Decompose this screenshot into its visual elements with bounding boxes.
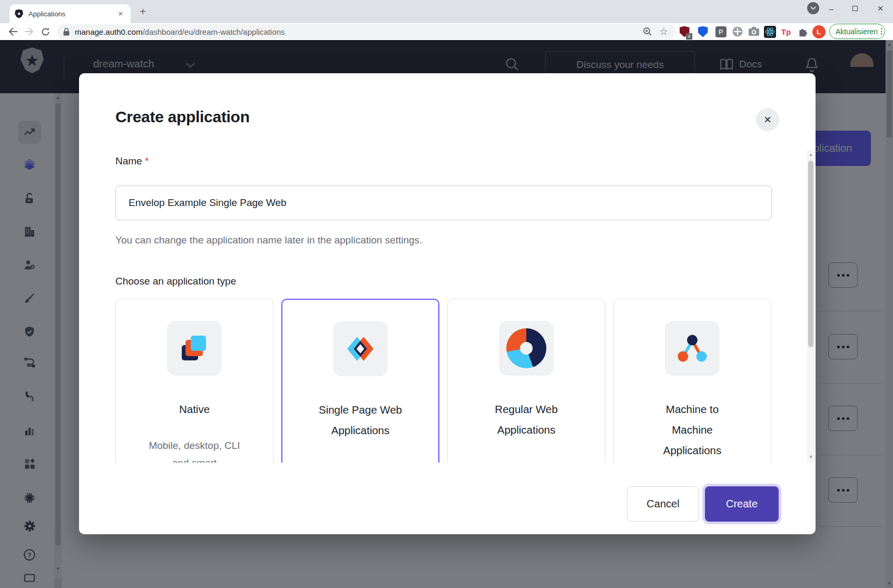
- reload-icon[interactable]: [39, 25, 52, 38]
- window-minimize-button[interactable]: –: [823, 2, 839, 15]
- card-title: Machine to Machine Applications: [645, 399, 740, 460]
- url-text: manage.auth0.com/dashboard/eu/dream-watc…: [75, 27, 285, 36]
- window-maximize-button[interactable]: [847, 2, 863, 15]
- card-description: Mobile, desktop, CLI and smart: [149, 437, 241, 463]
- cancel-button[interactable]: Cancel: [627, 486, 699, 522]
- maximize-icon: [852, 6, 858, 11]
- close-icon: ×: [764, 112, 771, 127]
- forward-icon[interactable]: [23, 25, 35, 38]
- card-title: Regular Web Applications: [479, 399, 574, 440]
- modal-scrollbar[interactable]: ▲ ▼: [807, 150, 815, 463]
- tab-close-icon[interactable]: ×: [116, 9, 125, 18]
- auth0-favicon-icon: ★: [15, 9, 23, 18]
- card-title: Single Page Web Applications: [313, 399, 408, 440]
- p-extension-glyph: P: [715, 26, 727, 37]
- app-type-card-regular-web[interactable]: Regular Web Applications Traditional web: [447, 299, 605, 463]
- name-helper-text: You can change the application name late…: [115, 234, 422, 246]
- modal-scroll-down-icon[interactable]: ▼: [807, 455, 815, 459]
- modal-scroll-up-icon[interactable]: ▲: [807, 152, 815, 157]
- browser-toolbar: manage.auth0.com/dashboard/eu/dream-watc…: [0, 23, 893, 40]
- tp-extension-icon[interactable]: Tp: [779, 25, 793, 38]
- screen: ★ Applications × + – × manage.auth0.com/…: [0, 0, 893, 588]
- app-type-card-spa[interactable]: Single Page Web Applications A JavaScrip…: [281, 299, 439, 463]
- profile-initial: L: [812, 25, 826, 38]
- react-devtools-extension-icon[interactable]: [763, 25, 777, 38]
- zoom-in-icon[interactable]: [643, 27, 652, 36]
- back-icon[interactable]: [7, 25, 19, 38]
- application-name-input[interactable]: [115, 185, 772, 220]
- camera-extension-icon[interactable]: [747, 25, 761, 38]
- browser-tabstrip: ★ Applications × + – ×: [0, 0, 893, 23]
- update-browser-label: Aktualisieren: [836, 27, 878, 36]
- browser-profile-avatar[interactable]: L: [812, 25, 826, 38]
- ublock-extension-icon[interactable]: 4: [678, 25, 691, 38]
- bitwarden-extension-icon[interactable]: [696, 25, 710, 38]
- lock-icon: [63, 28, 70, 36]
- app-type-card-m2m[interactable]: Machine to Machine Applications: [613, 299, 771, 463]
- modal-scroll-area: Name * You can change the application na…: [79, 150, 807, 463]
- create-label: Create: [726, 498, 758, 510]
- tab-title: Applications: [28, 10, 116, 18]
- tab-search-icon[interactable]: [807, 2, 819, 14]
- modal-title: Create application: [115, 108, 250, 126]
- name-label: Name *: [115, 155, 149, 167]
- m2m-icon: [665, 321, 720, 376]
- modal-scrollbar-thumb[interactable]: [808, 161, 813, 347]
- ublock-badge: 4: [686, 33, 692, 40]
- p-extension-icon[interactable]: P: [714, 25, 728, 38]
- cancel-label: Cancel: [646, 498, 679, 510]
- native-icon: [167, 321, 222, 376]
- modal-close-button[interactable]: ×: [756, 108, 779, 131]
- bitwarden-shield-icon: [698, 26, 708, 37]
- app-type-card-native[interactable]: Native Mobile, desktop, CLI and smart: [115, 299, 273, 463]
- create-application-modal: Create application × Name * You can chan…: [79, 73, 816, 534]
- regular-web-icon: [499, 321, 554, 376]
- create-button[interactable]: Create: [705, 486, 779, 522]
- card-title: Native: [147, 399, 242, 419]
- bookmark-star-icon[interactable]: ☆: [660, 26, 668, 37]
- choose-type-label: Choose an application type: [115, 276, 236, 287]
- window-close-button[interactable]: ×: [872, 2, 888, 15]
- update-browser-button[interactable]: Aktualisieren ⋮: [829, 24, 885, 39]
- card-description: Traditional web: [480, 457, 573, 463]
- card-description: A JavaScript: [315, 458, 407, 463]
- extensions-puzzle-icon[interactable]: [796, 25, 810, 38]
- spa-icon: [333, 321, 388, 376]
- required-asterisk: *: [145, 155, 149, 166]
- crosshair-extension-icon[interactable]: [731, 25, 744, 38]
- new-tab-button[interactable]: +: [137, 6, 149, 18]
- address-bar[interactable]: manage.auth0.com/dashboard/eu/dream-watc…: [57, 24, 675, 39]
- browser-menu-dots-icon[interactable]: ⋮: [878, 30, 885, 33]
- browser-tab-applications[interactable]: ★ Applications ×: [9, 4, 131, 23]
